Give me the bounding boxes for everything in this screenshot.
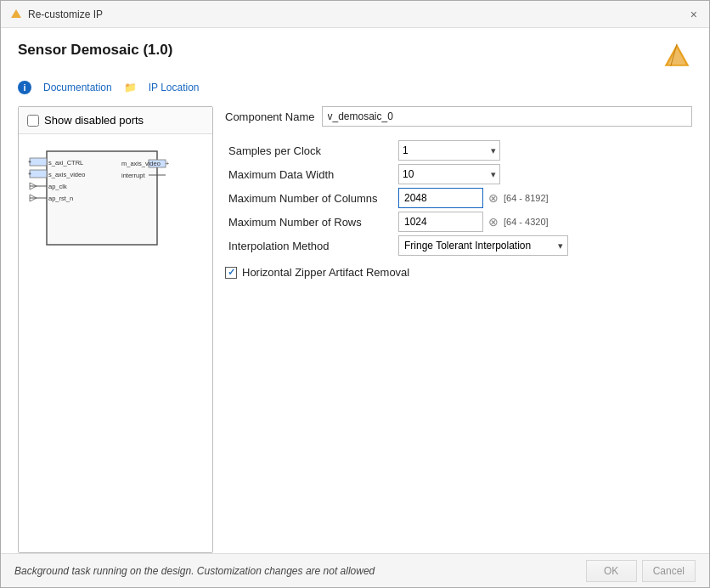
block-diagram-svg: + s_axi_CTRL + s_axis_video ap_clk bbox=[23, 143, 184, 279]
svg-rect-9 bbox=[30, 170, 47, 178]
param-label-data-width: Maximum Data Width bbox=[225, 162, 395, 186]
table-row: Maximum Number of Columns ⊗ [64 - 8192] bbox=[225, 186, 692, 210]
cancel-button[interactable]: Cancel bbox=[642, 560, 696, 582]
params-table: Samples per Clock 1 2 4 bbox=[225, 139, 692, 257]
dialog-buttons: OK Cancel bbox=[586, 560, 696, 582]
param-control-rows: ⊗ [64 - 4320] bbox=[395, 210, 692, 234]
component-name-label: Component Name bbox=[225, 110, 315, 123]
rows-input[interactable] bbox=[398, 212, 483, 232]
block-diagram-area: + s_axi_CTRL + s_axis_video ap_clk bbox=[19, 134, 212, 552]
param-control-samples: 1 2 4 bbox=[395, 139, 692, 162]
show-disabled-ports-checkbox[interactable] bbox=[27, 115, 39, 127]
vivado-logo bbox=[662, 42, 692, 72]
component-name-input[interactable] bbox=[322, 106, 693, 127]
table-row: Maximum Number of Rows ⊗ [64 - 4320] bbox=[225, 210, 692, 234]
svg-text:m_axis_video: m_axis_video bbox=[121, 160, 161, 167]
toolbar-links: i Documentation 📁 IP Location bbox=[18, 81, 692, 94]
product-header: Sensor Demosaic (1.0) bbox=[18, 42, 692, 72]
param-label-samples: Samples per Clock bbox=[225, 139, 395, 162]
zipper-artifact-label: Horizontal Zipper Artifact Removal bbox=[242, 266, 409, 279]
svg-rect-6 bbox=[30, 158, 47, 166]
app-icon bbox=[9, 8, 23, 21]
param-label-columns: Maximum Number of Columns bbox=[225, 186, 395, 210]
columns-input-wrapper: ⊗ [64 - 8192] bbox=[398, 188, 689, 208]
main-panel: Show disabled ports + s_axi_CTRL bbox=[18, 106, 692, 553]
close-button[interactable]: × bbox=[687, 8, 701, 20]
interpolation-select-wrapper: Fringe Tolerant Interpolation Bilinear bbox=[398, 235, 568, 256]
product-title: Sensor Demosaic (1.0) bbox=[18, 42, 172, 59]
left-panel-header: Show disabled ports bbox=[19, 107, 212, 134]
documentation-link[interactable]: Documentation bbox=[43, 82, 112, 93]
status-message: Background task running on the design. C… bbox=[14, 565, 375, 577]
rows-clear-button[interactable]: ⊗ bbox=[487, 216, 500, 228]
data-width-select-wrapper: 8 10 12 16 bbox=[398, 164, 500, 184]
table-row: Interpolation Method Fringe Tolerant Int… bbox=[225, 234, 692, 257]
interpolation-select[interactable]: Fringe Tolerant Interpolation Bilinear bbox=[398, 235, 568, 256]
param-label-interpolation: Interpolation Method bbox=[225, 234, 395, 257]
svg-text:+: + bbox=[166, 161, 169, 167]
left-panel: Show disabled ports + s_axi_CTRL bbox=[18, 106, 213, 553]
rows-input-wrapper: ⊗ [64 - 4320] bbox=[398, 212, 689, 232]
rows-range-hint: [64 - 4320] bbox=[504, 217, 549, 227]
zipper-artifact-row: Horizontal Zipper Artifact Removal bbox=[225, 266, 692, 279]
data-width-select[interactable]: 8 10 12 16 bbox=[398, 164, 500, 184]
svg-text:s_axi_CTRL: s_axi_CTRL bbox=[48, 159, 83, 167]
samples-select[interactable]: 1 2 4 bbox=[398, 140, 500, 161]
zipper-artifact-checkbox[interactable] bbox=[225, 267, 237, 279]
svg-text:s_axis_video: s_axis_video bbox=[48, 171, 85, 178]
window-title: Re-customize IP bbox=[28, 8, 103, 20]
ip-location-link[interactable]: IP Location bbox=[149, 82, 200, 93]
param-control-columns: ⊗ [64 - 8192] bbox=[395, 186, 692, 210]
columns-clear-button[interactable]: ⊗ bbox=[487, 192, 500, 204]
info-icon: i bbox=[18, 81, 31, 94]
folder-icon: 📁 bbox=[124, 82, 137, 93]
title-bar-left: Re-customize IP bbox=[9, 8, 103, 21]
param-control-interpolation: Fringe Tolerant Interpolation Bilinear bbox=[395, 234, 692, 257]
svg-text:interrupt: interrupt bbox=[121, 172, 145, 179]
table-row: Samples per Clock 1 2 4 bbox=[225, 139, 692, 162]
param-control-data-width: 8 10 12 16 bbox=[395, 162, 692, 186]
status-bar: Background task running on the design. C… bbox=[1, 553, 709, 587]
svg-text:+: + bbox=[28, 171, 31, 177]
svg-text:+: + bbox=[28, 159, 31, 165]
right-panel: Component Name Samples per Clock 1 bbox=[225, 106, 692, 553]
main-window: Re-customize IP × Sensor Demosaic (1.0) … bbox=[0, 0, 710, 588]
component-name-row: Component Name bbox=[225, 106, 692, 127]
samples-select-wrapper: 1 2 4 bbox=[398, 140, 500, 161]
columns-input[interactable] bbox=[398, 188, 483, 208]
content-area: Sensor Demosaic (1.0) i Documentation 📁 … bbox=[1, 28, 709, 553]
ok-button[interactable]: OK bbox=[586, 560, 637, 582]
svg-text:ap_rst_n: ap_rst_n bbox=[48, 195, 73, 202]
table-row: Maximum Data Width 8 10 12 16 bbox=[225, 162, 692, 186]
columns-range-hint: [64 - 8192] bbox=[504, 193, 549, 203]
title-bar: Re-customize IP × bbox=[1, 1, 709, 28]
show-disabled-ports-label: Show disabled ports bbox=[44, 114, 144, 127]
param-label-rows: Maximum Number of Rows bbox=[225, 210, 395, 234]
svg-text:ap_clk: ap_clk bbox=[48, 183, 67, 190]
